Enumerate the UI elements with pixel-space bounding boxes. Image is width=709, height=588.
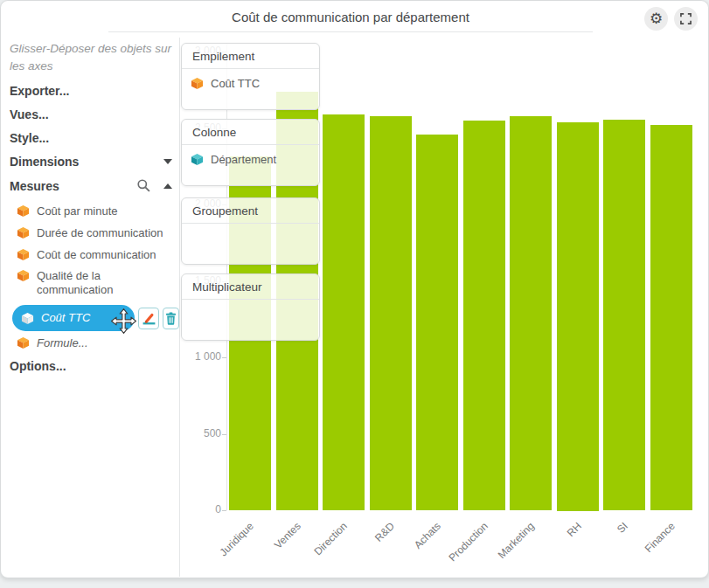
measure-item-co-t-ttc[interactable]: Coût TTC: [12, 305, 135, 331]
teal-cube-icon: [191, 153, 204, 166]
bar-rh[interactable]: [557, 122, 599, 511]
measure-item-formule[interactable]: Formule...: [17, 336, 174, 350]
sidebar: Glisser-Déposer des objets sur les axes …: [1, 1, 179, 578]
measure-label: Formule...: [37, 336, 88, 350]
orange-cube-icon: [17, 204, 30, 218]
edit-measure-button[interactable]: [138, 308, 159, 329]
measure-label: Durée de communication: [37, 226, 163, 240]
measure-label: Coût par minute: [37, 204, 118, 218]
drop-zone-colonne[interactable]: ColonneDépartement: [181, 119, 320, 186]
sidebar-item-mesures[interactable]: Mesures: [10, 178, 172, 193]
y-tick-mark: [222, 434, 226, 435]
measure-item-co-t-par-minute[interactable]: Coût par minute: [17, 204, 174, 218]
drop-zone-groupement[interactable]: Groupement: [181, 197, 320, 265]
bar-finance[interactable]: [650, 125, 692, 510]
search-icon[interactable]: [136, 178, 151, 193]
orange-cube-icon: [17, 336, 30, 349]
measure-item-qualit-de-la-communication[interactable]: Qualité de la communication: [17, 269, 174, 297]
y-tick-mark: [222, 357, 226, 358]
bar-r-d[interactable]: [370, 116, 412, 510]
orange-cube-icon: [191, 77, 204, 90]
drop-zone-title: Colonne: [182, 120, 319, 145]
drop-zone-multiplicateur[interactable]: Multiplicateur: [181, 273, 320, 341]
sidebar-item-vues[interactable]: Vues...: [10, 107, 174, 121]
chevron-down-icon: [163, 159, 172, 164]
chevron-up-icon: [163, 183, 172, 189]
drop-zone-empilement[interactable]: EmpilementCoût TTC: [181, 43, 320, 110]
measure-label: Qualité de la communication: [37, 269, 174, 297]
pencil-icon: [142, 311, 156, 326]
dimensions-label: Dimensions: [10, 155, 163, 169]
white-cube-icon: [21, 312, 34, 325]
delete-measure-button[interactable]: [163, 308, 179, 329]
bar-direction[interactable]: [323, 114, 365, 510]
bar-si[interactable]: [603, 120, 645, 510]
drop-zone-item-co-t-ttc[interactable]: Coût TTC: [182, 69, 319, 98]
drop-zone-title: Groupement: [182, 198, 319, 224]
sidebar-item-style[interactable]: Style...: [10, 131, 174, 145]
sidebar-item-dimensions[interactable]: Dimensions: [10, 155, 172, 169]
measure-item-co-t-de-communication[interactable]: Coût de communication: [17, 248, 174, 262]
drop-zone-item-label: Département: [211, 153, 276, 166]
bar-achats[interactable]: [416, 135, 458, 510]
orange-cube-icon: [17, 248, 30, 261]
sidebar-item-options[interactable]: Options...: [10, 359, 66, 373]
drop-zone-title: Empilement: [182, 44, 319, 69]
measure-label: Coût TTC: [41, 311, 90, 325]
measure-label: Coût de communication: [37, 248, 156, 262]
chart-widget-card: Coût de communication par département ⚙ …: [0, 0, 709, 578]
drop-zone-title: Multiplicateur: [182, 274, 319, 300]
bar-marketing[interactable]: [510, 116, 552, 510]
bar-production[interactable]: [463, 121, 505, 510]
orange-cube-icon: [17, 269, 30, 282]
drop-zone-item-label: Coût TTC: [211, 77, 260, 90]
mesures-label: Mesures: [10, 179, 136, 193]
orange-cube-icon: [17, 226, 30, 239]
y-tick-mark: [222, 510, 226, 511]
drop-zone-item-d-partement[interactable]: Département: [182, 145, 319, 174]
measure-item-dur-e-de-communication[interactable]: Durée de communication: [17, 226, 174, 240]
drag-drop-hint: Glisser-Déposer des objets sur les axes: [10, 40, 174, 75]
sidebar-item-exporter[interactable]: Exporter...: [10, 84, 174, 98]
trash-icon: [165, 312, 177, 325]
